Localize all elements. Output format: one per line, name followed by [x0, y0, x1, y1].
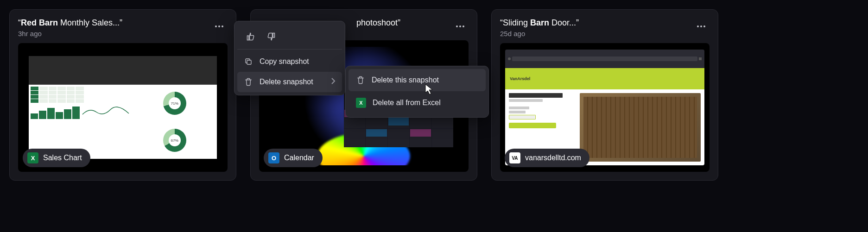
context-menu: Copy snapshot Delete snapshot: [234, 21, 345, 95]
card-timestamp: 3hr ago: [18, 30, 122, 38]
svg-rect-9: [247, 60, 251, 64]
svg-point-1: [218, 25, 220, 27]
thumbs-up-button[interactable]: [243, 29, 259, 44]
card-title-area: “Sliding Barn Door...” 25d ago: [500, 18, 579, 38]
card-header: “Sliding Barn Door...” 25d ago: [500, 18, 710, 38]
feedback-row: [237, 24, 342, 50]
delete-this-snapshot-item[interactable]: Delete this snapshot: [348, 69, 486, 91]
more-icon: [456, 25, 464, 27]
title-bold: Barn: [530, 18, 549, 27]
trash-icon: [356, 75, 365, 85]
svg-point-5: [463, 25, 464, 27]
menu-label: Delete snapshot: [260, 78, 313, 86]
thumbs-up-icon: [246, 32, 255, 41]
title-bold: Red Barn: [21, 18, 58, 27]
app-badge: O Calendar: [264, 149, 323, 167]
excel-icon: X: [356, 98, 366, 108]
snapshot-thumbnail[interactable]: VanArsdel VA vanarsdelltd.com: [500, 43, 710, 172]
svg-point-8: [703, 25, 705, 27]
svg-point-2: [222, 25, 223, 27]
menu-label: Copy snapshot: [260, 57, 309, 66]
outlook-icon: O: [268, 152, 279, 163]
svg-point-3: [456, 25, 458, 27]
delete-submenu: Delete this snapshot X Delete all from E…: [345, 66, 489, 118]
title-text: photoshoot”: [356, 18, 400, 27]
excel-icon: X: [27, 152, 38, 163]
badge-label: Calendar: [284, 154, 314, 162]
menu-label: Delete all from Excel: [373, 99, 441, 107]
delete-all-from-excel-item[interactable]: X Delete all from Excel: [348, 91, 486, 114]
snapshot-thumbnail[interactable]: X Sales Chart: [18, 43, 228, 172]
chevron-right-icon: [331, 78, 336, 86]
svg-point-6: [697, 25, 699, 27]
card-timestamp: 25d ago: [500, 30, 579, 38]
snapshot-card[interactable]: “Red Barn Monthly Sales...” 3hr ago: [9, 9, 236, 181]
website-icon: VA: [509, 152, 520, 163]
more-options-button[interactable]: [211, 18, 228, 35]
svg-point-4: [459, 25, 461, 27]
more-icon: [697, 25, 705, 27]
excel-window-preview: [29, 56, 217, 159]
thumbs-down-icon: [266, 32, 276, 41]
badge-label: vanarsdelltd.com: [525, 154, 581, 162]
card-title: “Sliding Barn Door...”: [500, 18, 579, 28]
title-text: “Sliding: [500, 18, 530, 27]
card-title: “Red Barn Monthly Sales...”: [18, 18, 122, 28]
card-header: “Red Barn Monthly Sales...” 3hr ago: [18, 18, 228, 38]
svg-point-7: [700, 25, 702, 27]
more-options-button[interactable]: [693, 18, 710, 35]
more-options-button[interactable]: [452, 18, 469, 35]
copy-icon: [244, 57, 253, 66]
copy-snapshot-item[interactable]: Copy snapshot: [237, 51, 342, 72]
page-brand: VanArsdel: [505, 68, 704, 89]
svg-point-0: [215, 25, 217, 27]
app-badge: X Sales Chart: [23, 149, 90, 167]
title-text: Door...”: [549, 18, 579, 27]
card-title-area: “Red Barn Monthly Sales...” 3hr ago: [18, 18, 122, 38]
trash-icon: [244, 77, 253, 87]
browser-window-preview: VanArsdel: [505, 50, 704, 165]
more-icon: [215, 25, 223, 27]
delete-snapshot-item[interactable]: Delete snapshot: [237, 72, 342, 92]
badge-label: Sales Chart: [43, 154, 82, 162]
snapshot-card[interactable]: “Sliding Barn Door...” 25d ago VanArsdel: [491, 9, 718, 181]
thumbs-down-button[interactable]: [263, 29, 279, 44]
app-badge: VA vanarsdelltd.com: [505, 149, 589, 167]
title-text: Monthly Sales...”: [58, 18, 122, 27]
menu-label: Delete this snapshot: [372, 76, 439, 84]
